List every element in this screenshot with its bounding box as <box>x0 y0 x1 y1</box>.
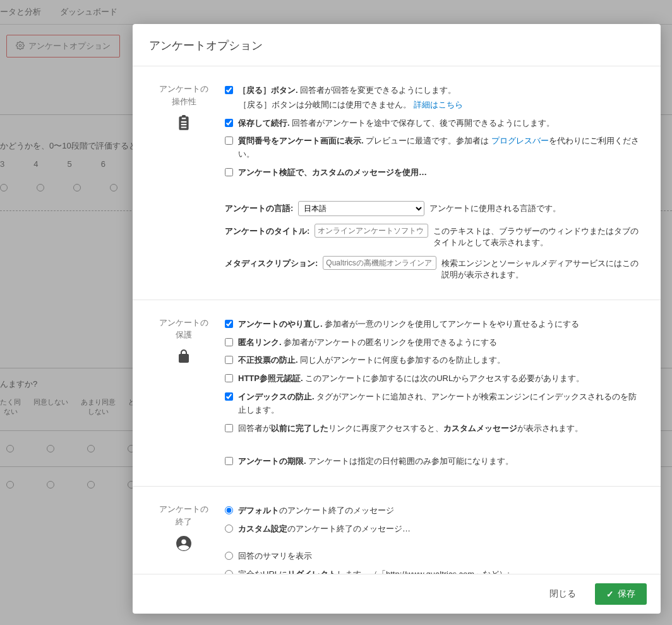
modal-title: アンケートオプション <box>133 24 661 66</box>
section-termination: アンケートの 終了 デフォルトのアンケート終了のメッセージ カスタム設定のアンケ… <box>133 487 661 574</box>
http-referer-checkbox[interactable] <box>225 374 233 382</box>
modal-footer: 閉じる 保存 <box>133 574 661 614</box>
back-button-checkbox[interactable] <box>225 86 233 94</box>
save-button[interactable]: 保存 <box>595 583 647 605</box>
survey-title-label: アンケートのタイトル: <box>225 224 309 237</box>
progress-bar-link[interactable]: プログレスバー <box>491 136 549 145</box>
question-numbers-checkbox[interactable] <box>225 137 233 145</box>
custom-end-message-radio[interactable] <box>225 525 233 533</box>
language-select[interactable]: 日本語 <box>298 201 424 216</box>
survey-title-input[interactable] <box>315 224 428 238</box>
save-continue-checkbox[interactable] <box>225 119 233 127</box>
retake-checkbox[interactable] <box>225 320 233 328</box>
check-icon <box>606 589 614 599</box>
modal-body: アンケートの 操作性 ［戻る］ボタン. 回答者が回答を変更できるようにします。 … <box>133 66 661 574</box>
survey-options-modal: アンケートオプション アンケートの 操作性 ［戻る］ボタン. 回答者が回答を変更… <box>133 24 661 614</box>
lock-icon <box>149 349 219 364</box>
section-protection: アンケートの 保護 アンケートのやり直し. 参加者が一意のリンクを使用してアンケ… <box>133 300 661 487</box>
section-operability: アンケートの 操作性 ［戻る］ボタン. 回答者が回答を変更できるようにします。 … <box>133 66 661 300</box>
default-end-message-radio[interactable] <box>225 506 233 514</box>
close-button[interactable]: 閉じる <box>541 583 585 605</box>
section-label: アンケートの 終了 <box>149 503 219 528</box>
custom-validation-checkbox[interactable] <box>225 168 233 176</box>
expiration-checkbox[interactable] <box>225 457 233 465</box>
ballot-stuffing-checkbox[interactable] <box>225 356 233 364</box>
show-summary-radio[interactable] <box>225 552 233 560</box>
section-label: アンケートの 保護 <box>149 317 219 341</box>
meta-description-label: メタディスクリプション: <box>225 256 318 269</box>
anonymous-link-checkbox[interactable] <box>225 338 233 346</box>
language-label: アンケートの言語: <box>225 201 293 214</box>
noindex-checkbox[interactable] <box>225 392 233 401</box>
meta-description-input[interactable] <box>323 256 436 270</box>
person-silhouette-icon <box>149 535 219 552</box>
back-button-details-link[interactable]: 詳細はこちら <box>414 100 463 109</box>
clipboard-icon <box>149 115 219 131</box>
section-label: アンケートの 操作性 <box>149 83 219 107</box>
completed-link-checkbox[interactable] <box>225 424 233 432</box>
